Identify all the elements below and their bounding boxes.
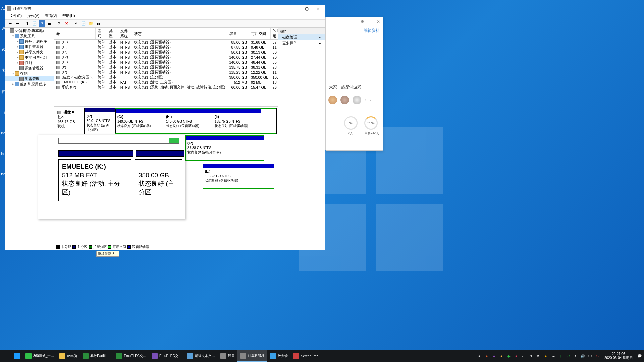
partition-block[interactable]: (F:)50.01 GB NTFS状态良好 (活动, 主分区) <box>85 108 115 134</box>
forward-button[interactable]: ➡ <box>14 20 21 27</box>
tree-node[interactable]: 设备管理器 <box>5 65 54 71</box>
tree-node[interactable]: ▸共享文件夹 <box>5 49 54 55</box>
ime-icon[interactable]: 中 <box>588 354 592 358</box>
avatar[interactable] <box>353 96 361 104</box>
menu-file[interactable]: 文件(F) <box>7 13 24 19</box>
titlebar[interactable]: 计算机管理 ─ ▢ ✕ <box>5 5 325 12</box>
menu-view[interactable]: 查看(V) <box>42 13 60 19</box>
shield-icon[interactable]: 🛡 <box>566 354 570 358</box>
taskbar-app[interactable]: 放大镜 <box>267 350 290 362</box>
volume-row[interactable]: (H:)简单基本NTFS状态良好 (逻辑驱动器)140.00 GB48.44 G… <box>54 60 278 65</box>
tray-icon[interactable]: ↓ <box>558 354 563 358</box>
taskbar-app[interactable]: EmuELEC交… <box>149 350 184 362</box>
minimize-icon[interactable]: ─ <box>368 19 373 24</box>
avatar-prev-icon[interactable]: ‹ <box>365 97 366 103</box>
up-button[interactable]: ⬆ <box>24 20 31 27</box>
taskbar-app[interactable]: 易数Partitio… <box>80 350 113 362</box>
column-header[interactable]: 布局 <box>96 28 107 40</box>
column-header[interactable]: 卷 <box>54 28 96 40</box>
volume-row[interactable]: (E:)简单基本NTFS状态良好 (逻辑驱动器)87.88 GB9.48 GB1… <box>54 45 278 50</box>
tray-icon[interactable]: ● <box>514 354 519 358</box>
volumes-list[interactable]: 卷布局类型文件系统状态容量可用空间% 可用(D:)简单基本NTFS状态良好 (逻… <box>54 28 278 107</box>
menu-action[interactable]: 操作(A) <box>24 13 42 19</box>
tray-icon[interactable]: S <box>595 354 600 358</box>
taskbar-app[interactable]: 360导航_一… <box>23 350 57 362</box>
tree-node[interactable]: 计算机管理(本地) <box>5 28 54 33</box>
close-icon[interactable]: ✕ <box>376 19 381 24</box>
disk-label[interactable]: 磁盘 0 基本 465.76 GB 联机 <box>56 108 85 134</box>
delete-button[interactable]: ✕ <box>63 20 70 27</box>
column-header[interactable]: 文件系统 <box>118 28 132 40</box>
tray-icon[interactable]: ● <box>499 354 504 358</box>
tray-icon[interactable]: ● <box>492 354 496 358</box>
avatar[interactable] <box>328 96 337 104</box>
start-button[interactable] <box>0 350 11 362</box>
volume-row[interactable]: (D:)简单基本NTFS状态良好 (逻辑驱动器)85.00 GB31.68 GB… <box>54 40 278 45</box>
tray-icon[interactable]: ● <box>484 354 489 358</box>
partition-l-block[interactable]: (L:) 115.23 GB NTFS 状态良好 (逻辑驱动器) <box>203 164 274 189</box>
tree-node[interactable]: ▸本地用户和组 <box>5 55 54 60</box>
check-button[interactable]: ✔ <box>73 20 79 27</box>
volume-icon[interactable]: 🔊 <box>580 354 585 358</box>
tree-node[interactable]: ▾系统工具 <box>5 33 54 39</box>
taskbar-app[interactable]: EmuELEC交… <box>113 350 149 362</box>
tray-icon[interactable]: ▭ <box>521 354 526 358</box>
tree-node[interactable]: ▸性能 <box>5 60 54 65</box>
minimize-button[interactable]: ─ <box>289 5 301 12</box>
tray-icon[interactable]: ◆ <box>506 354 511 358</box>
refresh-button[interactable]: ⟳ <box>56 20 62 27</box>
actions-item-more[interactable]: 更多操作▸ <box>278 40 325 46</box>
volume-row[interactable]: (磁盘 3 磁盘分区 2)简单基本状态良好 (主分区)350.00 GB350.… <box>54 75 278 80</box>
new-button[interactable]: 📄 <box>80 20 87 27</box>
close-button[interactable]: ✕ <box>312 5 324 12</box>
gear-icon[interactable]: ⚙ <box>360 19 365 24</box>
tray-icon[interactable]: ⬆ <box>529 354 533 358</box>
tray-icon[interactable]: ☁ <box>551 354 555 358</box>
column-header[interactable]: 类型 <box>107 28 118 40</box>
taskbar-app[interactable]: 设置 <box>218 350 237 362</box>
volume-row[interactable]: (F:)简单基本NTFS状态良好 (逻辑驱动器)50.01 GB30.13 GB… <box>54 50 278 55</box>
actions-item-disk-management[interactable]: 磁盘管理▴ <box>278 34 325 40</box>
column-header[interactable]: 状态 <box>132 28 227 40</box>
column-header[interactable]: 可用空间 <box>249 28 271 40</box>
volume-row[interactable]: EMUELEC (K:)简单基本FAT状态良好 (活动, 主分区)512 MB9… <box>54 80 278 85</box>
taskbar-app[interactable]: 计算机管理 <box>237 350 267 362</box>
zoom-partition-k[interactable]: EMUELEC (K:) 512 MB FAT 状态良好 (活动, 主分区) <box>58 159 131 201</box>
tray-icon[interactable]: ● <box>543 354 548 358</box>
taskbar-clock[interactable]: 22:21:06 2020-06-04 星期四 <box>602 352 635 360</box>
tree-node[interactable]: ▸服务和应用程序 <box>5 81 54 87</box>
taskbar-app[interactable]: 新建文本文… <box>184 350 218 362</box>
column-header[interactable]: % 可用 <box>271 28 278 40</box>
network-icon[interactable]: 🖧 <box>573 354 578 358</box>
volume-row[interactable]: (G:)简单基本NTFS状态良好 (逻辑驱动器)140.00 GB27.44 G… <box>54 55 278 60</box>
tray-icon[interactable]: ▲ <box>477 354 482 358</box>
volume-row[interactable]: (L:)简单基本NTFS状态良好 (逻辑驱动器)115.23 GB12.22 G… <box>54 70 278 75</box>
partition-block[interactable]: (I:)135.75 GB NTFS状态良好 (逻辑驱动器) <box>213 109 261 133</box>
taskbar-app[interactable] <box>11 350 23 362</box>
notifications-icon[interactable]: 💬 <box>637 354 642 358</box>
tree-node[interactable]: ▸任务计划程序 <box>5 39 54 44</box>
avatar-next-icon[interactable]: › <box>370 97 371 103</box>
taskbar-app[interactable]: Screen Rec… <box>290 350 324 362</box>
tree-node[interactable]: ▸事件查看器 <box>5 44 54 49</box>
avatar[interactable] <box>340 96 349 104</box>
partition-block[interactable]: (G:)140.00 GB NTFS状态良好 (逻辑驱动器) <box>115 109 164 133</box>
tree-node[interactable]: ▾存储 <box>5 71 54 76</box>
partition-e-block[interactable]: (E:) 87.88 GB NTFS 状态良好 (逻辑驱动器) <box>185 135 264 161</box>
back-button[interactable]: ⬅ <box>7 20 13 27</box>
list-button[interactable]: ☰ <box>46 20 53 27</box>
edit-profile-link[interactable]: 编辑资料 <box>326 26 383 35</box>
volume-row[interactable]: 系统 (C:)简单基本NTFS状态良好 (系统, 启动, 页面文件, 活动, 故… <box>54 85 278 90</box>
tray-icon[interactable]: ⚑ <box>536 354 541 358</box>
maximize-button[interactable]: ▢ <box>301 5 312 12</box>
help-button[interactable]: ? <box>39 20 45 27</box>
zoom-partition-2[interactable]: 350.00 GB 状态良好 (主分区 <box>135 159 182 201</box>
taskbar-app[interactable]: 此电脑 <box>57 350 80 362</box>
column-header[interactable]: 容量 <box>227 28 249 40</box>
properties-button[interactable]: 📄 <box>31 20 38 27</box>
volume-row[interactable]: (I:)简单基本NTFS状态良好 (逻辑驱动器)135.75 GB38.31 G… <box>54 65 278 70</box>
partition-block[interactable]: (H:)140.00 GB NTFS状态良好 (逻辑驱动器) <box>164 109 213 133</box>
folder-button[interactable]: 📁 <box>88 20 94 27</box>
menu-help[interactable]: 帮助(H) <box>60 13 77 19</box>
tree-node[interactable]: 磁盘管理 <box>5 76 54 81</box>
